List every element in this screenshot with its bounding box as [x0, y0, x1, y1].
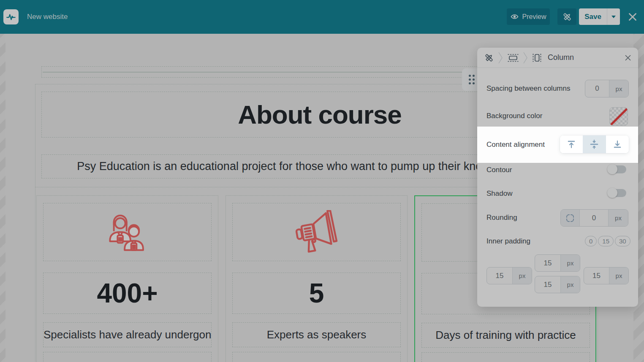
shadow-label: Shadow: [486, 189, 512, 198]
align-middle-icon: [589, 139, 599, 149]
align-bottom-button[interactable]: [606, 135, 629, 153]
column-1[interactable]: 400+ Specialists have already undergone: [36, 195, 218, 362]
number-block[interactable]: 400+: [43, 273, 212, 314]
stat-caption: Specialists have already undergone: [43, 323, 211, 347]
design-tools-icon: [562, 12, 572, 22]
rounding-value[interactable]: 0: [580, 210, 608, 226]
rounding-unit[interactable]: px: [608, 210, 628, 226]
breadcrumb-chevron-icon: [523, 52, 528, 64]
padding-left-unit[interactable]: px: [512, 267, 532, 284]
contour-label: Contour: [486, 166, 512, 174]
save-button[interactable]: Save: [579, 8, 607, 25]
spacing-value[interactable]: 0: [585, 80, 609, 97]
background-color-swatch[interactable]: [609, 107, 628, 126]
preview-button[interactable]: Preview: [507, 8, 550, 25]
save-label: Save: [584, 13, 601, 21]
people-icon: [103, 210, 152, 254]
breadcrumb-chevron-icon: [498, 52, 503, 64]
shadow-toggle[interactable]: [608, 189, 626, 197]
padding-bottom-unit[interactable]: px: [560, 276, 580, 293]
preset-pill-0[interactable]: 0: [585, 236, 597, 246]
app-logo: [3, 9, 19, 24]
preview-label: Preview: [522, 13, 546, 21]
spare-block[interactable]: [232, 352, 401, 362]
page-title: New website: [27, 0, 68, 34]
caption-block[interactable]: Experts as speakers: [232, 322, 401, 347]
spare-block[interactable]: [43, 352, 212, 362]
padding-top-input[interactable]: 15 px: [535, 254, 580, 272]
caption-block[interactable]: Specialists have already undergone: [43, 322, 212, 347]
spacing-label: Spacing between columns: [486, 84, 570, 93]
rounding-input[interactable]: 0 px: [560, 209, 628, 227]
preset-pill-30[interactable]: 30: [615, 236, 630, 246]
column-2[interactable]: 5 Experts as speakers: [226, 195, 408, 362]
eye-icon: [511, 13, 519, 21]
icon-block[interactable]: [232, 203, 401, 261]
padding-top-unit[interactable]: px: [560, 255, 580, 271]
padding-presets: 0 15 30: [585, 236, 630, 246]
column-settings-panel: Column Spacing between columns 0 px Back…: [477, 48, 638, 307]
save-dropdown-button[interactable]: [607, 8, 620, 25]
contour-toggle[interactable]: [608, 165, 626, 173]
stat-number: 400+: [43, 273, 211, 313]
toggle-knob: [607, 188, 617, 198]
breadcrumb-column-icon: [532, 53, 542, 62]
stat-number: 5: [233, 273, 400, 313]
builder-window: About course Psy Education is an educati…: [0, 0, 644, 362]
spare-block[interactable]: [421, 352, 590, 362]
align-top-button[interactable]: [560, 135, 583, 153]
close-icon: [625, 54, 631, 61]
content-alignment-label: Content alignment: [486, 127, 545, 163]
align-middle-button[interactable]: [583, 135, 606, 153]
close-icon: [627, 11, 638, 22]
stat-caption: Days of training with practice: [422, 323, 590, 347]
stat-caption: Experts as speakers: [233, 323, 400, 347]
caret-down-icon: [611, 16, 616, 18]
align-bottom-icon: [612, 139, 622, 149]
pulse-icon: [5, 11, 16, 22]
panel-close-button[interactable]: [624, 54, 632, 62]
top-bar: New website Preview Save: [0, 0, 644, 34]
padding-top-value[interactable]: 15: [535, 255, 560, 271]
rounding-label: Rounding: [486, 213, 517, 222]
breadcrumb-design-tools-icon[interactable]: [484, 53, 494, 63]
content-alignment-row: Content alignment: [477, 127, 638, 163]
panel-breadcrumb: Column: [477, 48, 638, 68]
rounding-corner-button[interactable]: [561, 210, 580, 226]
padding-right-unit[interactable]: px: [609, 267, 628, 284]
drag-handle-icon: [469, 75, 475, 84]
save-split-button: Save: [579, 8, 620, 25]
align-top-icon: [566, 139, 576, 149]
megaphone-icon: [293, 210, 340, 254]
preset-pill-15[interactable]: 15: [598, 236, 614, 246]
spacing-unit[interactable]: px: [609, 80, 628, 97]
padding-left-value[interactable]: 15: [487, 267, 512, 284]
icon-block[interactable]: [43, 203, 212, 261]
inner-padding-label: Inner padding: [486, 237, 530, 246]
toggle-knob: [607, 164, 617, 174]
background-color-label: Background color: [486, 112, 542, 120]
close-editor-button[interactable]: [627, 11, 639, 23]
padding-bottom-input[interactable]: 15 px: [535, 276, 580, 293]
panel-title: Column: [548, 53, 574, 62]
alignment-button-group: [560, 135, 629, 153]
padding-left-input[interactable]: 15 px: [486, 267, 532, 284]
breadcrumb-row-icon[interactable]: [507, 53, 519, 62]
padding-bottom-value[interactable]: 15: [535, 276, 560, 293]
padding-right-input[interactable]: 15 px: [584, 267, 629, 284]
spacing-input[interactable]: 0 px: [585, 80, 629, 97]
corner-radius-icon: [565, 213, 575, 223]
caption-block[interactable]: Days of training with practice: [421, 323, 590, 348]
number-block[interactable]: 5: [232, 273, 401, 314]
design-tools-button[interactable]: [557, 8, 576, 25]
padding-right-value[interactable]: 15: [584, 267, 609, 284]
